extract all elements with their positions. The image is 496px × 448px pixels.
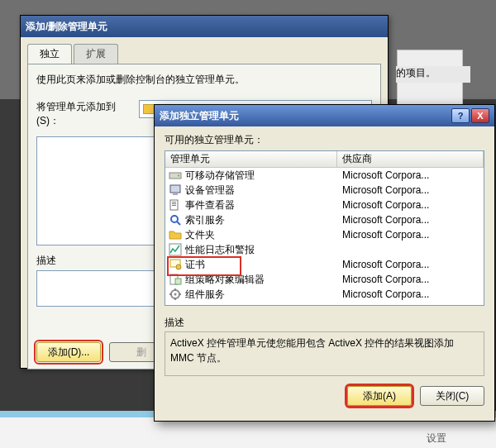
comsvc-icon <box>169 288 182 301</box>
list-item-vendor: Microsoft Corpora... <box>337 274 484 285</box>
list-item[interactable]: 可移动存储管理Microsoft Corpora... <box>165 168 484 183</box>
list-item-name: 性能日志和警报 <box>185 243 255 257</box>
available-label: 可用的独立管理单元： <box>165 133 484 147</box>
win1-titlebar[interactable]: 添加/删除管理单元 <box>21 16 388 37</box>
list-item[interactable]: 组件服务Microsoft Corpora... <box>165 287 484 302</box>
win2-window-buttons: ? X <box>451 108 489 123</box>
list-item[interactable]: 文件夹Microsoft Corpora... <box>165 227 484 242</box>
svg-point-12 <box>176 265 181 269</box>
list-item-name: 索引服务 <box>185 213 225 227</box>
close-window-button[interactable]: X <box>471 108 489 123</box>
help-button[interactable]: ? <box>451 108 470 123</box>
win2-close-button[interactable]: 关闭(C) <box>420 386 484 406</box>
svg-point-1 <box>178 175 179 177</box>
list-item-vendor: Microsoft Corpora... <box>337 169 484 181</box>
tab-extensions[interactable]: 扩展 <box>74 44 118 64</box>
list-item-name: 组件服务 <box>185 288 225 302</box>
snapin-listview[interactable]: 管理单元 供应商 可移动存储管理Microsoft Corpora...设备管理… <box>165 150 484 306</box>
win2-desc-label: 描述 <box>165 316 484 330</box>
list-item-name: 组策略对象编辑器 <box>185 273 265 287</box>
list-item-vendor: Microsoft Corpora... <box>337 259 484 270</box>
win1-add-button[interactable]: 添加(D)... <box>36 342 101 362</box>
list-item-name: 证书 <box>185 258 205 272</box>
list-item[interactable]: 设备管理器Microsoft Corpora... <box>165 183 484 198</box>
list-item-name: 事件查看器 <box>185 198 235 212</box>
list-item[interactable]: 性能日志和警报 <box>165 242 484 257</box>
device-icon <box>169 183 182 197</box>
status-label: 设置 <box>427 431 446 446</box>
win2-title: 添加独立管理单元 <box>160 109 239 123</box>
list-item-name: 文件夹 <box>185 228 215 242</box>
svg-rect-3 <box>173 193 178 195</box>
list-item-vendor: Microsoft Corpora... <box>337 229 484 241</box>
svg-rect-5 <box>172 202 176 203</box>
folder-icon <box>143 104 155 114</box>
svg-line-9 <box>177 222 180 225</box>
folder-icon <box>169 228 182 241</box>
list-item[interactable]: 索引服务Microsoft Corpora... <box>165 212 484 227</box>
svg-rect-7 <box>172 205 176 206</box>
add-standalone-snapin-dialog: 添加独立管理单元 ? X 可用的独立管理单元： 管理单元 供应商 可移动存储管理… <box>154 104 495 422</box>
perf-icon <box>169 243 182 256</box>
drive-icon <box>169 169 182 182</box>
list-item[interactable]: 事件查看器Microsoft Corpora... <box>165 198 484 212</box>
svg-rect-6 <box>172 203 176 204</box>
index-icon <box>169 213 182 226</box>
col-snapin[interactable]: 管理单元 <box>165 151 337 168</box>
list-item-vendor: Microsoft Corpora... <box>337 184 484 196</box>
addto-label: 将管理单元添加到 (S)： <box>36 100 134 128</box>
win2-desc-text: ActiveX 控件管理单元使您能用包含 ActiveX 控件的结果视图添加 M… <box>165 331 484 376</box>
list-item-name: 可移动存储管理 <box>185 169 255 183</box>
svg-rect-2 <box>170 185 180 193</box>
cert-icon <box>169 258 182 271</box>
win2-add-button[interactable]: 添加(A) <box>347 386 412 406</box>
background-parent-text: 的项目。 <box>396 66 470 83</box>
svg-point-16 <box>174 293 177 296</box>
gpedit-icon <box>169 273 182 286</box>
listview-body[interactable]: 可移动存储管理Microsoft Corpora...设备管理器Microsof… <box>165 168 484 306</box>
win2-titlebar[interactable]: 添加独立管理单元 ? X <box>155 105 494 126</box>
win1-title: 添加/删除管理单元 <box>26 20 107 34</box>
list-item[interactable]: 组策略对象编辑器Microsoft Corpora... <box>165 272 484 287</box>
win1-tabstrip: 独立 扩展 <box>27 44 381 64</box>
svg-rect-14 <box>175 279 181 284</box>
event-icon <box>169 198 182 212</box>
col-vendor[interactable]: 供应商 <box>337 151 484 168</box>
list-item[interactable]: 证书Microsoft Corpora... <box>165 257 484 272</box>
background-footer <box>0 417 496 448</box>
tab-standalone[interactable]: 独立 <box>27 44 72 64</box>
list-item-vendor: Microsoft Corpora... <box>337 288 484 300</box>
listview-header: 管理单元 供应商 <box>165 151 484 168</box>
svg-point-8 <box>171 216 178 222</box>
list-item-vendor: Microsoft Corpora... <box>337 214 484 226</box>
list-item-name: 设备管理器 <box>185 183 235 198</box>
list-item-vendor: Microsoft Corpora... <box>337 199 484 211</box>
win1-instruction: 使用此页来添加或删除控制台的独立管理单元。 <box>36 73 372 87</box>
